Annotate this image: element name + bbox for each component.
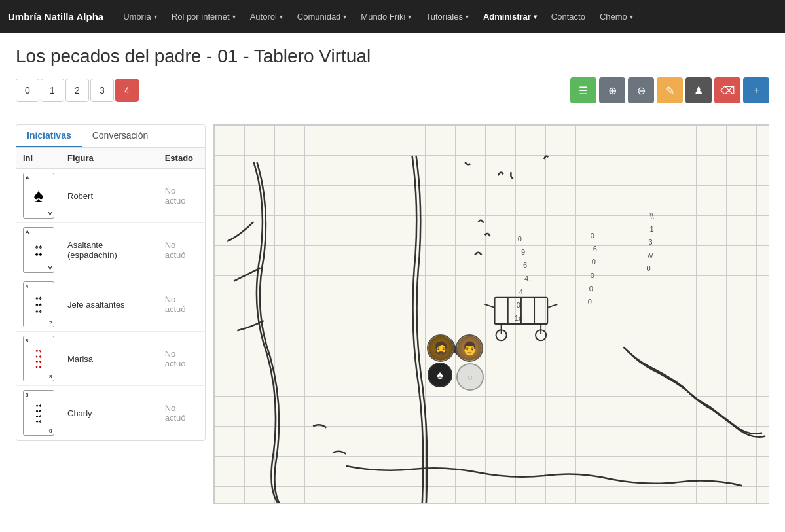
nav-caret: ▾ (343, 13, 346, 20)
board-container[interactable]: 0 9 6 4. 4 0 1o 0 6 0 0 0 0 \\ (213, 124, 769, 504)
card-cell: 8♠♠♠♠♠♠♠♠8 (16, 386, 61, 440)
edit-button[interactable]: ✎ (657, 77, 683, 103)
tab-iniciativas[interactable]: Iniciativas (16, 125, 82, 147)
list-button[interactable]: ☰ (570, 77, 596, 103)
card-marisa: 8♥♥♦♦♥♥♦♦8 (23, 336, 54, 381)
card-cell: A♠A (16, 169, 61, 223)
page-title: Los pecados del padre - 01 - Tablero Vir… (16, 46, 769, 67)
delete-button[interactable]: ⌫ (714, 77, 740, 103)
token-spade[interactable]: ♠ (428, 363, 452, 387)
top-controls: 01234 ☰⊕⊖✎♟⌫+ (16, 77, 769, 114)
navbar: Umbría Natilla Alpha Umbría▾Rol por inte… (0, 0, 785, 33)
svg-text:9: 9 (521, 248, 525, 256)
svg-text:6: 6 (593, 245, 597, 253)
card-cell: 8♥♥♦♦♥♥♦♦8 (16, 332, 61, 386)
piece-button[interactable]: ♟ (685, 77, 712, 103)
main-layout: Iniciativas Conversación Ini Figura Esta… (16, 124, 769, 504)
board-map-svg: 0 9 6 4. 4 0 1o 0 6 0 0 0 0 \\ (214, 125, 769, 503)
figure-name: Robert (61, 169, 158, 223)
svg-text:0: 0 (518, 235, 522, 243)
svg-text:0: 0 (517, 301, 520, 309)
navbar-brand[interactable]: Umbría Natilla Alpha (8, 11, 103, 22)
card-cell: 4♠♠♠♠♠♠4 (16, 277, 61, 332)
svg-line-24 (547, 304, 557, 308)
card-robert: A♠A (23, 173, 54, 219)
page-btn-0[interactable]: 0 (16, 79, 39, 102)
card-charly: 8♠♠♠♠♠♠♠♠8 (23, 390, 54, 436)
nav-items: Umbría▾Rol por internet▾Autorol▾Comunida… (117, 8, 777, 26)
card-asaltante-(espadachín): A♠♠♠♠A (23, 227, 54, 273)
table-row[interactable]: A♠ARobertNo actuó (16, 169, 205, 223)
svg-text:6: 6 (523, 261, 527, 269)
svg-text:1: 1 (650, 225, 654, 233)
sidebar-tabs: Iniciativas Conversación (16, 125, 205, 148)
token-robert-avatar: 🧔 (428, 336, 453, 361)
status-cell: No actuó (158, 277, 205, 332)
table-row[interactable]: 8♥♥♦♦♥♥♦♦8MarisaNo actuó (16, 332, 205, 386)
nav-item-mundo-friki[interactable]: Mundo Friki▾ (354, 8, 418, 26)
svg-point-22 (536, 330, 546, 340)
page-content: Los pecados del padre - 01 - Tablero Vir… (0, 33, 785, 517)
figure-name: Marisa (61, 332, 158, 386)
token-ghost: ○ (456, 363, 484, 391)
figure-name: Charly (61, 386, 158, 440)
svg-line-23 (484, 304, 494, 308)
nav-caret: ▾ (408, 13, 411, 20)
initiative-table: Ini Figura Estado A♠ARobertNo actuóA♠♠♠♠… (16, 148, 205, 440)
svg-text:0: 0 (589, 285, 593, 293)
col-figura: Figura (61, 148, 158, 169)
tab-conversacion[interactable]: Conversación (82, 125, 159, 147)
initiative-tbody: A♠ARobertNo actuóA♠♠♠♠AAsaltante (espada… (16, 169, 205, 440)
page-btn-4[interactable]: 4 (115, 79, 139, 102)
table-row[interactable]: 8♠♠♠♠♠♠♠♠8CharlyNo actuó (16, 386, 205, 440)
token-robert[interactable]: 🧔 (427, 334, 454, 362)
svg-text:0: 0 (646, 264, 650, 272)
nav-caret: ▾ (466, 13, 469, 20)
zoom-out-button[interactable]: ⊖ (628, 77, 654, 103)
figure-name: Jefe asaltantes (61, 277, 158, 332)
svg-point-21 (496, 330, 507, 340)
zoom-in-button[interactable]: ⊕ (599, 77, 625, 103)
svg-text:3: 3 (648, 238, 652, 246)
status-cell: No actuó (158, 169, 205, 223)
svg-text:1o: 1o (515, 314, 522, 322)
token-charly[interactable]: 👨 (456, 334, 483, 362)
card-cell: A♠♠♠♠A (16, 223, 61, 277)
page-btn-2[interactable]: 2 (65, 79, 89, 102)
page-btn-3[interactable]: 3 (90, 79, 114, 102)
status-cell: No actuó (158, 332, 205, 386)
page-btn-1[interactable]: 1 (41, 79, 64, 102)
nav-item-comunidad[interactable]: Comunidad▾ (291, 8, 354, 26)
nav-caret: ▾ (232, 13, 236, 20)
svg-text:0: 0 (588, 298, 592, 306)
col-estado: Estado (158, 148, 205, 169)
nav-item-contacto[interactable]: Contacto (545, 8, 592, 26)
col-ini: Ini (16, 148, 61, 169)
card-jefe-asaltantes: 4♠♠♠♠♠♠4 (23, 281, 54, 327)
add-button[interactable]: + (743, 77, 769, 103)
svg-text:\\/: \\/ (647, 251, 653, 259)
nav-caret: ▾ (630, 13, 633, 20)
pagination: 01234 (16, 79, 139, 102)
nav-item-rol-por-internet[interactable]: Rol por internet▾ (165, 8, 242, 26)
figure-name: Asaltante (espadachín) (61, 223, 158, 277)
nav-caret: ▾ (534, 13, 537, 20)
svg-text:4.: 4. (524, 275, 530, 283)
nav-caret: ▾ (280, 13, 283, 20)
svg-text:\\: \\ (650, 212, 655, 220)
nav-caret: ▾ (154, 13, 157, 20)
token-charly-avatar: 👨 (457, 336, 482, 361)
nav-item-autorol[interactable]: Autorol▾ (244, 8, 289, 26)
nav-item-umbría[interactable]: Umbría▾ (117, 8, 164, 26)
table-row[interactable]: A♠♠♠♠AAsaltante (espadachín)No actuó (16, 223, 205, 277)
status-cell: No actuó (158, 386, 205, 440)
svg-text:0: 0 (592, 258, 596, 266)
nav-item-chemo[interactable]: Chemo▾ (593, 8, 640, 26)
table-row[interactable]: 4♠♠♠♠♠♠4Jefe asaltantesNo actuó (16, 277, 205, 332)
nav-item-tutoriales[interactable]: Tutoriales▾ (419, 8, 475, 26)
board-grid: 0 9 6 4. 4 0 1o 0 6 0 0 0 0 \\ (214, 125, 769, 503)
svg-text:4: 4 (519, 288, 523, 296)
sidebar: Iniciativas Conversación Ini Figura Esta… (16, 124, 206, 441)
toolbar: ☰⊕⊖✎♟⌫+ (570, 77, 769, 103)
nav-item-administrar[interactable]: Administrar▾ (477, 8, 543, 26)
